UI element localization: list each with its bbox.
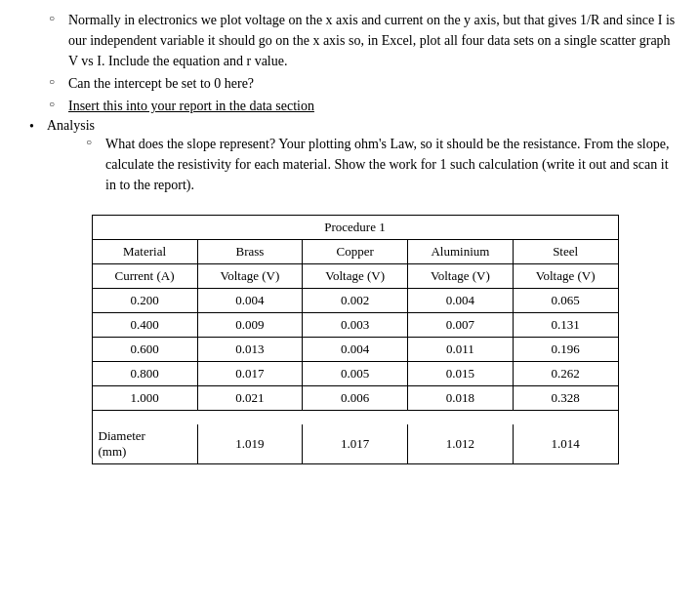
cell-current-1: 0.400 (92, 313, 197, 338)
procedure-title: Procedure 1 (92, 216, 618, 240)
subheader-brass-v: Voltage (V) (197, 264, 303, 289)
cell-steel-3: 0.262 (513, 362, 618, 386)
diameter-brass: 1.019 (197, 424, 303, 464)
table-row: 0.600 0.013 0.004 0.011 0.196 (92, 338, 618, 362)
table-row: 0.200 0.004 0.002 0.004 0.065 (92, 289, 618, 313)
cell-copper-3: 0.005 (303, 362, 408, 386)
insert-text: Insert this into your report in the data… (68, 96, 680, 116)
table-subheader-row: Current (A) Voltage (V) Voltage (V) Volt… (92, 264, 618, 289)
analysis-sub-item: ○ What does the slope represent? Your pl… (86, 134, 680, 195)
col-aluminium: Aluminium (408, 240, 514, 264)
cell-brass-0: 0.004 (197, 289, 303, 313)
cell-copper-4: 0.006 (303, 386, 408, 411)
diameter-aluminium: 1.012 (408, 424, 514, 464)
intercept-text: Can the intercept be set to 0 here? (68, 73, 680, 94)
spacer-cell (92, 411, 618, 424)
cell-aluminium-4: 0.018 (408, 386, 514, 411)
analysis-text: What does the slope represent? Your plot… (105, 134, 680, 195)
analysis-sub: ○ What does the slope represent? Your pl… (47, 134, 680, 195)
list-item: ○ Normally in electronics we plot voltag… (29, 10, 680, 71)
normally-text: Normally in electronics we plot voltage … (68, 10, 680, 71)
diameter-label: Diameter(mm) (92, 424, 197, 464)
cell-brass-3: 0.017 (197, 362, 303, 386)
cell-aluminium-3: 0.015 (408, 362, 514, 386)
diameter-steel: 1.014 (513, 424, 618, 464)
analysis-container: Analysis ○ What does the slope represent… (47, 118, 680, 197)
cell-current-4: 1.000 (92, 386, 197, 411)
cell-brass-2: 0.013 (197, 338, 303, 362)
cell-copper-2: 0.004 (303, 338, 408, 362)
col-brass: Brass (197, 240, 303, 264)
cell-aluminium-1: 0.007 (408, 313, 514, 338)
analysis-item: • Analysis ○ What does the slope represe… (29, 118, 680, 197)
diameter-copper: 1.017 (303, 424, 408, 464)
cell-copper-1: 0.003 (303, 313, 408, 338)
table-header-row: Material Brass Copper Aluminium Steel (92, 240, 618, 264)
cell-steel-4: 0.328 (513, 386, 618, 411)
table-row: 0.400 0.009 0.003 0.007 0.131 (92, 313, 618, 338)
circle-bullet-icon: ○ (86, 134, 105, 147)
col-steel: Steel (513, 240, 618, 264)
table-row: 1.000 0.021 0.006 0.018 0.328 (92, 386, 618, 411)
table-row: 0.800 0.017 0.005 0.015 0.262 (92, 362, 618, 386)
cell-brass-1: 0.009 (197, 313, 303, 338)
cell-aluminium-2: 0.011 (408, 338, 514, 362)
col-copper: Copper (303, 240, 408, 264)
bullet-dot-icon: • (29, 118, 47, 135)
cell-steel-1: 0.131 (513, 313, 618, 338)
bullet-list: ○ Normally in electronics we plot voltag… (29, 10, 680, 197)
cell-copper-0: 0.002 (303, 289, 408, 313)
circle-bullet-icon: ○ (49, 10, 68, 23)
circle-bullet-icon: ○ (49, 73, 68, 87)
cell-current-3: 0.800 (92, 362, 197, 386)
list-item: ○ Insert this into your report in the da… (29, 96, 680, 116)
analysis-label: Analysis (47, 118, 95, 133)
spacer-row (92, 411, 618, 424)
table-proc-title-row: Procedure 1 (92, 216, 618, 240)
subheader-steel-v: Voltage (V) (513, 264, 618, 289)
cell-steel-0: 0.065 (513, 289, 618, 313)
cell-steel-2: 0.196 (513, 338, 618, 362)
cell-aluminium-0: 0.004 (408, 289, 514, 313)
diameter-row: Diameter(mm) 1.019 1.017 1.012 1.014 (92, 424, 618, 464)
cell-brass-4: 0.021 (197, 386, 303, 411)
circle-bullet-icon: ○ (49, 96, 68, 109)
col-material: Material (92, 240, 197, 264)
subheader-aluminium-v: Voltage (V) (408, 264, 514, 289)
subheader-copper-v: Voltage (V) (303, 264, 408, 289)
cell-current-2: 0.600 (92, 338, 197, 362)
procedure-table: Procedure 1 Material Brass Copper Alumin… (92, 215, 619, 464)
subheader-current: Current (A) (92, 264, 197, 289)
cell-current-0: 0.200 (92, 289, 197, 313)
content-area: ○ Normally in electronics we plot voltag… (20, 10, 680, 464)
list-item: ○ Can the intercept be set to 0 here? (29, 73, 680, 94)
